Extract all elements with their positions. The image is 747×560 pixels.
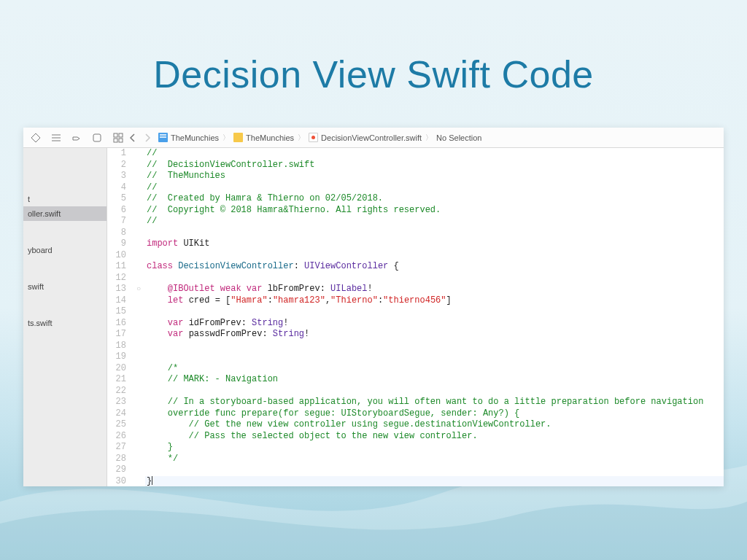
code-content[interactable] — [145, 386, 724, 397]
code-line[interactable]: 7// — [107, 216, 724, 228]
gutter-spacer — [132, 341, 145, 352]
code-content[interactable]: /* — [145, 363, 724, 375]
chevron-icon: 〉 — [425, 133, 433, 143]
code-line[interactable]: 24 override func prepare(for segue: UISt… — [107, 408, 724, 420]
code-line[interactable]: 19 — [107, 351, 724, 363]
code-line[interactable]: 22 — [107, 386, 724, 397]
code-content[interactable]: // DecisionViewController.swift — [145, 160, 724, 171]
text-cursor — [152, 476, 152, 485]
sidebar-item[interactable]: yboard — [23, 243, 107, 257]
code-line[interactable]: 25 // Get the new view controller using … — [107, 419, 724, 431]
code-content[interactable]: // Created by Hamra & Thierno on 02/05/2… — [145, 193, 724, 205]
code-content[interactable]: // TheMunchies — [145, 171, 724, 182]
gutter-spacer — [132, 238, 145, 250]
code-content[interactable] — [145, 250, 724, 262]
code-line[interactable]: 13 @IBOutlet weak var lbFromPrev: UILabe… — [107, 284, 724, 295]
gutter-spacer — [132, 205, 145, 217]
swift-file-icon — [309, 133, 318, 142]
code-editor[interactable]: 1//2// DecisionViewController.swift3// T… — [107, 148, 724, 486]
line-number: 17 — [107, 329, 132, 341]
code-line[interactable]: 4// — [107, 182, 724, 194]
code-content[interactable] — [145, 341, 724, 352]
sidebar-item[interactable]: t — [23, 192, 107, 206]
nav-back-icon[interactable] — [128, 133, 138, 143]
code-content[interactable]: // Copyright © 2018 Hamra&Thierno. All r… — [145, 205, 724, 217]
code-line[interactable]: 9import UIKit — [107, 238, 724, 250]
code-content[interactable]: // Get the new view controller using seg… — [145, 419, 724, 431]
code-line[interactable]: 8 — [107, 228, 724, 239]
code-content[interactable]: var idFromPrev: String! — [145, 318, 724, 330]
code-content[interactable]: // — [145, 148, 724, 160]
code-line[interactable]: 27 } — [107, 442, 724, 454]
code-content[interactable] — [145, 273, 724, 284]
code-content[interactable]: let cred = ["Hamra":"hamra123","Thierno"… — [145, 295, 724, 307]
crumb-project[interactable]: TheMunchies — [158, 133, 219, 142]
code-line[interactable]: 15 — [107, 306, 724, 318]
code-content[interactable]: } — [145, 476, 724, 487]
code-content[interactable]: // — [145, 182, 724, 194]
code-line[interactable]: 11class DecisionViewController: UIViewCo… — [107, 261, 724, 273]
sidebar-item[interactable]: swift — [23, 279, 107, 294]
code-content[interactable] — [145, 351, 724, 363]
code-content[interactable]: // In a storyboard-based application, yo… — [145, 397, 724, 408]
code-content[interactable] — [145, 464, 724, 476]
line-number: 3 — [107, 171, 132, 182]
sidebar-item[interactable]: ts.swift — [23, 316, 107, 330]
nav-forward-icon[interactable] — [142, 133, 152, 143]
code-content[interactable]: class DecisionViewController: UIViewCont… — [145, 261, 724, 273]
code-line[interactable]: 14 let cred = ["Hamra":"hamra123","Thier… — [107, 295, 724, 307]
gutter-spacer — [132, 431, 145, 443]
code-line[interactable]: 10 — [107, 250, 724, 262]
code-line[interactable]: 3// TheMunchies — [107, 171, 724, 182]
code-line[interactable]: 21 // MARK: - Navigation — [107, 374, 724, 386]
code-content[interactable]: override func prepare(for segue: UIStory… — [145, 408, 724, 420]
gutter-spacer — [132, 250, 145, 262]
code-line[interactable]: 17 var passwdFromPrev: String! — [107, 329, 724, 341]
crumb-folder[interactable]: TheMunchies — [233, 133, 294, 142]
code-line[interactable]: 30} — [107, 476, 724, 487]
lines-icon[interactable] — [51, 133, 61, 143]
code-content[interactable]: */ — [145, 454, 724, 465]
line-number: 14 — [107, 295, 132, 307]
square-icon[interactable] — [92, 133, 102, 143]
code-line[interactable]: 16 var idFromPrev: String! — [107, 318, 724, 330]
gutter-spacer — [132, 408, 145, 420]
code-content[interactable] — [145, 306, 724, 318]
grid-icon[interactable] — [113, 133, 123, 143]
code-line[interactable]: 2// DecisionViewController.swift — [107, 160, 724, 171]
code-line[interactable]: 6// Copyright © 2018 Hamra&Thierno. All … — [107, 205, 724, 217]
gutter-spacer — [132, 329, 145, 341]
code-content[interactable]: } — [145, 442, 724, 454]
code-line[interactable]: 23 // In a storyboard-based application,… — [107, 397, 724, 408]
sidebar-item[interactable]: oller.swift — [23, 206, 107, 221]
code-content[interactable]: // Pass the selected object to the new v… — [145, 431, 724, 443]
code-content[interactable]: @IBOutlet weak var lbFromPrev: UILabel! — [145, 284, 724, 295]
tag-icon[interactable] — [71, 133, 82, 143]
code-line[interactable]: 29 — [107, 464, 724, 476]
code-line[interactable]: 5// Created by Hamra & Thierno on 02/05/… — [107, 193, 724, 205]
code-line[interactable]: 20 /* — [107, 363, 724, 375]
gutter-spacer — [132, 351, 145, 363]
line-number: 21 — [107, 374, 132, 386]
code-line[interactable]: 26 // Pass the selected object to the ne… — [107, 431, 724, 443]
outlet-indicator-icon[interactable] — [132, 284, 145, 295]
crumb-file[interactable]: DecisionViewController.swift — [309, 133, 422, 142]
gutter-spacer — [132, 464, 145, 476]
line-number: 6 — [107, 205, 132, 217]
code-content[interactable]: // — [145, 216, 724, 228]
code-content[interactable]: var passwdFromPrev: String! — [145, 329, 724, 341]
navigator-sidebar: toller.swiftyboardswiftts.swift — [23, 148, 107, 486]
code-content[interactable] — [145, 228, 724, 239]
code-line[interactable]: 18 — [107, 341, 724, 352]
code-content[interactable]: // MARK: - Navigation — [145, 374, 724, 386]
code-line[interactable]: 28 */ — [107, 454, 724, 465]
inspector-toggle-icons — [23, 133, 107, 143]
line-number: 18 — [107, 341, 132, 352]
code-line[interactable]: 12 — [107, 273, 724, 284]
code-line[interactable]: 1// — [107, 148, 724, 160]
line-number: 24 — [107, 408, 132, 420]
diamond-icon[interactable] — [31, 133, 41, 143]
code-content[interactable]: import UIKit — [145, 238, 724, 250]
gutter-spacer — [132, 228, 145, 239]
crumb-selection[interactable]: No Selection — [436, 133, 481, 142]
